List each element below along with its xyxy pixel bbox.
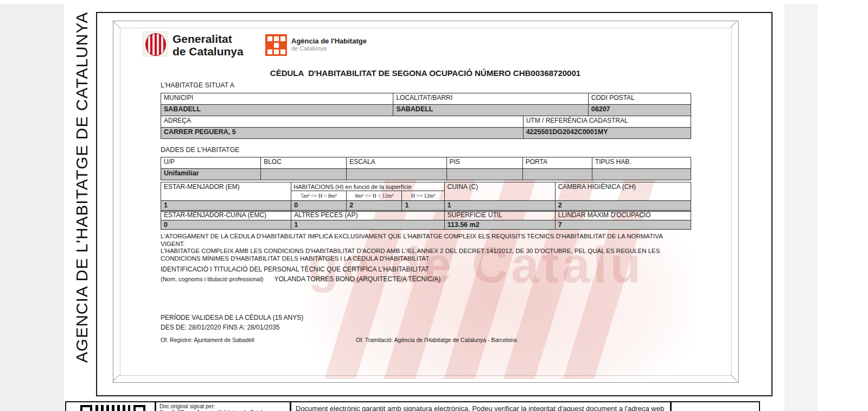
qr-finder-right [133, 405, 145, 411]
device-screen: AGENCIA DE L'HABITATGE DE CATALUNYA ge d… [0, 0, 868, 411]
footer-empty-box [671, 401, 760, 411]
cambra-header: CAMBRA HIGIÈNICA (CH) [555, 182, 691, 201]
signature-box: Doc.original signat per: Segell d'Organ … [155, 401, 291, 411]
codi-postal-header: CODI POSTAL [588, 93, 691, 105]
technician-heading: IDENTIFICACIÓ I TITULACIÓ DEL PERSONAL T… [161, 265, 429, 273]
qr-box [65, 401, 156, 411]
municipi-value: SABADELL [161, 105, 393, 116]
agencia-line2: de Catalunya [291, 45, 367, 52]
localitat-value: SABADELL [393, 105, 588, 116]
superficie-header: SUPERFICIE ÚTIL [444, 211, 555, 220]
address-table: ADREÇA UTM / REFERÈNCIA CADASTRAL CARRER… [161, 116, 691, 139]
habitacions-range-3: H >= 12m² [402, 191, 444, 201]
bloc-value [261, 169, 347, 180]
llindar-value: 7 [555, 220, 691, 230]
bloc-header: BLOC [261, 157, 347, 169]
table-row: Unifamiliar [161, 169, 691, 180]
utm-header: UTM / REFERÈNCIA CADASTRAL [523, 116, 691, 128]
habitacions-group-header: HABITACIONS (H) en funció de la superfíc… [291, 182, 444, 191]
porta-header: PORTA [522, 157, 592, 169]
agencia-logo-text: Agència de l'Habitatge de Catalunya [291, 37, 367, 52]
table-row: ESTAR-MENJADOR (EM) HABITACIONS (H) en f… [161, 182, 691, 191]
logo-tile [280, 36, 285, 41]
tipus-value [592, 169, 691, 180]
section-label-situat: L'HABITATGE SITUAT A [161, 81, 234, 89]
escala-header: ESCALA [347, 157, 446, 169]
agencia-habitatge-logo-icon [265, 34, 287, 56]
tipus-header: TIPUS HAB. [592, 157, 691, 169]
habitacions-range-2: 8m² <= H < 12m² [347, 191, 402, 201]
location-table: MUNICIPI LOCALITAT/BARRI CODI POSTAL SAB… [161, 93, 691, 116]
table-row: 0 1 113.56 m2 7 [161, 220, 691, 230]
table-row: ADREÇA UTM / REFERÈNCIA CADASTRAL [161, 116, 691, 128]
page-gutter-left [0, 4, 64, 411]
validity-period: PERÍODE VALIDESA DE LA CÈDULA (15 ANYS) [161, 313, 303, 323]
verify-text: Document electrònic garantit amb signatu… [291, 402, 670, 411]
generalitat-line2: de Catalunya [173, 45, 244, 58]
emc-header: ESTAR-MENJADOR-CUINA (EMC) [161, 211, 291, 220]
llindar-header: LLINDAR MÀXIM D'OCUPACIÓ [555, 211, 691, 220]
up-value: Unifamiliar [161, 169, 261, 180]
table-row: CARRER PEGUERA, 5 4225501DG2042C0001MY [161, 128, 691, 139]
qr-pattern [95, 405, 130, 411]
municipi-header: MUNICIPI [161, 93, 393, 105]
rooms2-table: ESTAR-MENJADOR-CUINA (EMC) ALTRES PECES … [161, 210, 691, 230]
em-header: ESTAR-MENJADOR (EM) [161, 182, 291, 201]
table-row: MUNICIPI LOCALITAT/BARRI CODI POSTAL [161, 93, 691, 105]
superficie-value: 113.56 m2 [444, 220, 555, 230]
technician-line: (Nom, cognoms i titulació professional) … [161, 275, 441, 283]
technician-name: YOLANDA TORRES BONO (ARQUITECTE/A TÈCNIC… [275, 275, 441, 283]
escala-value [347, 169, 446, 180]
pis-value [446, 169, 522, 180]
localitat-header: LOCALITAT/BARRI [393, 93, 588, 105]
up-header: U/P [161, 157, 261, 169]
pis-header: PIS [446, 157, 522, 169]
qr-finder-left [80, 405, 92, 411]
adreca-value: CARRER PEGUERA, 5 [161, 128, 524, 139]
logo-tile [274, 49, 279, 54]
ap-value: 1 [291, 220, 444, 230]
logo-tile [267, 49, 272, 54]
agencia-line1: Agència de l'Habitatge [291, 37, 367, 45]
signature-text: Doc.original signat per: Segell d'Organ … [156, 402, 290, 411]
habitacions-range-1: 5m² <= H < 8m² [291, 191, 347, 201]
emc-value: 0 [161, 220, 291, 230]
logo-tile [274, 36, 279, 41]
vertical-agency-title: AGENCIA DE L'HABITATGE DE CATALUNYA [73, 12, 91, 363]
validity-block: PERÍODE VALIDESA DE LA CÈDULA (15 ANYS) … [161, 313, 303, 332]
unit-table: U/P BLOC ESCALA PIS PORTA TIPUS HAB. Uni… [161, 157, 691, 180]
logo-tile [280, 49, 285, 54]
technician-label: (Nom, cognoms i titulació professional) [161, 276, 264, 282]
logo-tile [280, 43, 285, 48]
signed-by-label: Doc.original signat per: [159, 403, 286, 409]
porta-value [522, 169, 592, 180]
logo-tile [267, 36, 272, 41]
rooms-table: ESTAR-MENJADOR (EM) HABITACIONS (H) en f… [161, 182, 691, 212]
legal-text: L'ATORGAMENT DE LA CÈDULA D'HABITABILITA… [161, 233, 679, 262]
qr-code-icon [80, 405, 145, 411]
table-row: ESTAR-MENJADOR-CUINA (EMC) ALTRES PECES … [161, 211, 691, 220]
ap-header: ALTRES PECES (AP) [291, 211, 444, 220]
adreca-header: ADREÇA [161, 116, 524, 128]
section-label-dades: DADES DE L'HABITATGE [161, 146, 240, 154]
generalitat-line1: Generalitat [173, 33, 244, 45]
page-gutter-right [784, 4, 818, 411]
logo-tile [267, 43, 272, 48]
validity-dates: DES DE: 28/01/2020 FINS A: 28/01/2035 [161, 323, 303, 332]
table-row: U/P BLOC ESCALA PIS PORTA TIPUS HAB. [161, 157, 691, 169]
senyera-shield-icon [145, 33, 166, 56]
office-tramitacio: Of. Tramitació: Agència de l'Habitatge d… [356, 337, 517, 343]
generalitat-logo-text: Generalitat de Catalunya [173, 33, 244, 58]
certificate-title: CÈDULA D'HABITABILITAT DE SEGONA OCUPACI… [161, 68, 690, 78]
legal-paragraph-1: L'ATORGAMENT DE LA CÈDULA D'HABITABILITA… [161, 233, 679, 248]
cuina-header: CUINA (C) [444, 182, 555, 201]
office-registre: Of. Registre: Ajuntament de Sabadell [161, 337, 254, 343]
utm-value: 4225501DG2042C0001MY [523, 128, 691, 139]
android-nav-bar [818, 0, 868, 411]
legal-paragraph-2: L'HABITATGE COMPLEIX AMB LES CONDICIONS … [161, 248, 679, 262]
generalitat-logo-icon [142, 31, 168, 57]
logo-tile [274, 43, 279, 48]
table-row: SABADELL SABADELL 08207 [161, 105, 691, 116]
codi-postal-value: 08207 [588, 105, 691, 116]
verify-box: Document electrònic garantit amb signatu… [290, 401, 671, 411]
